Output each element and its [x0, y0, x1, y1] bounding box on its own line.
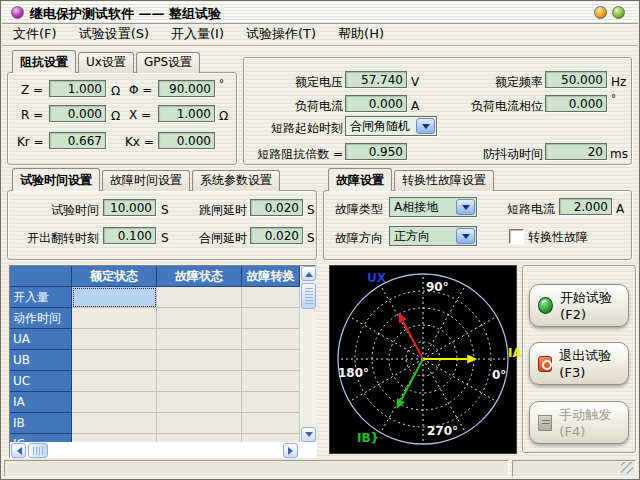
- z-unit: Ω: [111, 84, 120, 98]
- cell[interactable]: [72, 350, 157, 371]
- cell[interactable]: [157, 287, 242, 308]
- load-phase-input[interactable]: 0.000: [545, 95, 607, 112]
- short-current-input[interactable]: 2.000: [559, 198, 612, 215]
- close-button[interactable]: [612, 6, 625, 19]
- debounce-unit: ms: [610, 147, 628, 161]
- manual-trigger-button[interactable]: 手动触发(F4): [529, 401, 629, 444]
- cell[interactable]: [242, 413, 300, 434]
- cell[interactable]: [72, 413, 157, 434]
- phi-input[interactable]: 90.000: [158, 80, 215, 97]
- table-row: UC: [10, 371, 300, 392]
- horizontal-scrollbar[interactable]: [10, 443, 300, 458]
- action-panel: 开始试验(F2) 退出试验(F3) 手动触发(F4): [522, 265, 636, 453]
- tab-gps-settings[interactable]: GPS设置: [136, 52, 200, 73]
- trip-delay-unit: S: [307, 203, 315, 217]
- impedance-tabs: 阻抗设置 Ux设置 GPS设置: [12, 54, 202, 73]
- scroll-right-button[interactable]: [283, 443, 298, 458]
- fault-type-combo[interactable]: A相接地: [389, 197, 477, 217]
- cell[interactable]: [242, 287, 300, 308]
- test-time-input[interactable]: 10.000: [103, 199, 156, 216]
- kr-input[interactable]: 0.667: [49, 132, 106, 149]
- cell[interactable]: [242, 350, 300, 371]
- cell-selected[interactable]: [72, 287, 157, 308]
- start-test-button[interactable]: 开始试验(F2): [529, 284, 629, 327]
- tab-fault-settings[interactable]: 故障设置: [328, 168, 392, 191]
- fault-direction-label: 故障方向: [335, 230, 383, 247]
- kr-label: Kr =: [17, 135, 44, 149]
- close-delay-input[interactable]: 0.020: [250, 227, 303, 244]
- tab-ux-settings[interactable]: Ux设置: [78, 52, 134, 73]
- tab-test-time[interactable]: 试验时间设置: [12, 168, 100, 191]
- chevron-down-icon[interactable]: [456, 199, 475, 215]
- debounce-input[interactable]: 20: [545, 143, 607, 160]
- tab-impedance-settings[interactable]: 阻抗设置: [12, 50, 76, 73]
- cell[interactable]: [72, 392, 157, 413]
- x-input[interactable]: 1.000: [158, 105, 215, 122]
- short-start-combo[interactable]: 合闸角随机: [345, 116, 437, 136]
- scroll-left-button[interactable]: [11, 443, 26, 458]
- app-icon[interactable]: [11, 6, 24, 19]
- scroll-up-button[interactable]: [301, 266, 316, 281]
- cell[interactable]: [242, 392, 300, 413]
- plot-label: 270°: [427, 424, 458, 438]
- cell[interactable]: [72, 329, 157, 350]
- scroll-down-button[interactable]: [301, 427, 316, 442]
- cell[interactable]: [157, 329, 242, 350]
- minimize-button[interactable]: [594, 6, 607, 19]
- cell[interactable]: [242, 329, 300, 350]
- stop-icon: [538, 356, 552, 372]
- source-group: 额定电压 57.740 V 额定频率 50.000 Hz 负荷电流 0.000 …: [243, 57, 632, 165]
- plot-label: 90°: [426, 280, 449, 294]
- vector-plot: 90°180°0°270°UXIAIB}: [329, 265, 517, 454]
- rated-freq-unit: Hz: [611, 75, 626, 89]
- cell[interactable]: [242, 434, 300, 442]
- cell[interactable]: [157, 434, 242, 442]
- cell[interactable]: [242, 308, 300, 329]
- load-current-input[interactable]: 0.000: [345, 95, 407, 112]
- cell[interactable]: [157, 392, 242, 413]
- cell[interactable]: [157, 371, 242, 392]
- tab-fault-time[interactable]: 故障时间设置: [102, 170, 190, 191]
- tab-system-params[interactable]: 系统参数设置: [192, 170, 280, 191]
- menu-bar: 文件(F) 试验设置(S) 开入量(I) 试验操作(T) 帮助(H): [2, 23, 638, 46]
- tab-convert-fault-settings[interactable]: 转换性故障设置: [394, 170, 494, 191]
- vertical-scrollbar[interactable]: [301, 266, 317, 442]
- resize-grip[interactable]: [621, 462, 633, 474]
- vertical-scroll-thumb[interactable]: [301, 283, 316, 309]
- kx-input[interactable]: 0.000: [158, 132, 215, 149]
- z-input[interactable]: 1.000: [49, 80, 106, 97]
- exit-test-button[interactable]: 退出试验(F3): [529, 342, 629, 385]
- cell[interactable]: [157, 350, 242, 371]
- convert-fault-checkbox[interactable]: [509, 229, 524, 244]
- r-input[interactable]: 0.000: [49, 105, 106, 122]
- convert-fault-label: 转换性故障: [528, 229, 588, 246]
- menu-file[interactable]: 文件(F): [2, 23, 68, 45]
- cell[interactable]: [242, 371, 300, 392]
- vector-arrowhead: [467, 355, 477, 364]
- result-grid: 额定状态 故障状态 故障转换 开入量 动作时间 UA UB UC IA IB I…: [10, 266, 300, 442]
- trip-delay-input[interactable]: 0.020: [250, 199, 303, 216]
- cell[interactable]: [72, 371, 157, 392]
- rated-voltage-input[interactable]: 57.740: [345, 71, 407, 88]
- rated-freq-input[interactable]: 50.000: [545, 71, 607, 88]
- menu-test-operation[interactable]: 试验操作(T): [235, 23, 327, 45]
- cell[interactable]: [72, 308, 157, 329]
- menu-help[interactable]: 帮助(H): [327, 23, 395, 45]
- rated-freq-label: 额定频率: [443, 74, 543, 91]
- cell[interactable]: [157, 308, 242, 329]
- table-row: IB: [10, 413, 300, 434]
- menu-test-settings[interactable]: 试验设置(S): [68, 23, 160, 45]
- chevron-down-icon[interactable]: [416, 118, 435, 134]
- z-multiple-input[interactable]: 0.950: [345, 143, 407, 160]
- menu-binary-input[interactable]: 开入量(I): [160, 23, 235, 45]
- horizontal-scroll-thumb[interactable]: [28, 443, 48, 458]
- status-bar-left: [4, 460, 509, 477]
- short-current-unit: A: [616, 202, 624, 216]
- plot-label: IA: [508, 346, 522, 360]
- cell[interactable]: [157, 413, 242, 434]
- fault-direction-combo[interactable]: 正方向: [389, 226, 477, 246]
- cell[interactable]: [72, 434, 157, 442]
- flip-time-input[interactable]: 0.100: [103, 227, 156, 244]
- plot-label: IB}: [357, 431, 379, 445]
- chevron-down-icon[interactable]: [456, 228, 475, 244]
